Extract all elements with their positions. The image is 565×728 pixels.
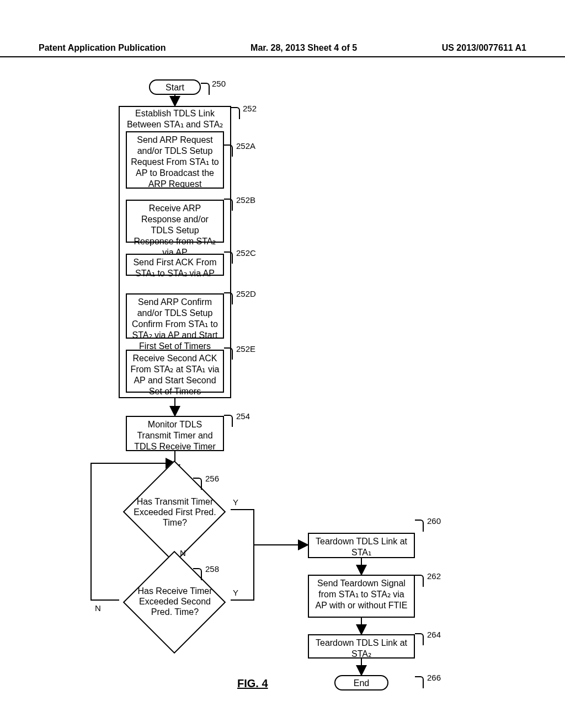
flow-arrows (0, 0, 565, 728)
ref-264: 264 (427, 630, 441, 639)
header-mid: Mar. 28, 2013 Sheet 4 of 5 (250, 43, 357, 53)
box-252D: Send ARP Confirm and/or TDLS Setup Confi… (126, 293, 224, 339)
ref-hook-icon (224, 144, 233, 157)
label-252: Establish TDLS Link Between STA₁ and STA… (119, 108, 231, 130)
ref-258: 258 (205, 564, 219, 574)
branch-N: N (95, 603, 101, 613)
ref-hook-icon (415, 575, 424, 587)
box-252C: Send First ACK From STA₁ to STA₂ via AP (126, 254, 224, 276)
branch-N: N (180, 548, 186, 558)
label-256: Has Transmit Timer Exceeded First Pred. … (131, 496, 219, 528)
ref-260: 260 (427, 516, 441, 526)
ref-hook-icon (415, 520, 424, 532)
header-right: US 2013/0077611 A1 (442, 43, 526, 53)
ref-hook-icon (201, 83, 210, 95)
box-252A: Send ARP Request and/or TDLS Setup Reque… (126, 131, 224, 189)
branch-Y: Y (233, 497, 238, 507)
ref-hook-icon (193, 478, 202, 490)
ref-250: 250 (212, 79, 226, 88)
box-252E: Receive Second ACK From STA₂ at STA₁ via… (126, 350, 224, 393)
ref-252D: 252D (236, 289, 256, 298)
ref-hook-icon (193, 568, 202, 580)
ref-hook-icon (231, 107, 240, 119)
ref-hook-icon (224, 347, 233, 360)
box-252B: Receive ARP Response and/or TDLS Setup R… (126, 200, 224, 243)
ref-hook-icon (415, 676, 424, 688)
ref-252: 252 (243, 104, 257, 113)
figure-caption: FIG. 4 (237, 677, 268, 690)
branch-Y: Y (233, 588, 238, 597)
ref-252E: 252E (236, 344, 255, 354)
ref-252B: 252B (236, 195, 255, 205)
ref-hook-icon (224, 251, 233, 264)
ref-262: 262 (427, 571, 441, 581)
start-terminator: Start (149, 79, 201, 95)
page-header: Patent Application Publication Mar. 28, … (0, 43, 565, 57)
ref-254: 254 (236, 411, 250, 421)
label-258: Has Receive Timer Exceeded Second Pred. … (131, 586, 219, 618)
ref-252A: 252A (236, 141, 255, 151)
box-264: Teardown TDLS Link at STA₂ (308, 634, 415, 659)
ref-252C: 252C (236, 248, 256, 258)
ref-hook-icon (415, 633, 424, 645)
ref-266: 266 (427, 673, 441, 682)
ref-256: 256 (205, 474, 219, 483)
ref-hook-icon (224, 415, 233, 427)
box-254: Monitor TDLS Transmit Timer and TDLS Rec… (126, 416, 224, 451)
end-terminator: End (334, 675, 388, 690)
box-260: Teardown TDLS Link at STA₁ (308, 533, 415, 558)
ref-hook-icon (224, 199, 233, 211)
header-left: Patent Application Publication (39, 43, 166, 53)
ref-hook-icon (224, 292, 233, 304)
box-262: Send Teardown Signal from STA₁ to STA₂ v… (308, 575, 415, 618)
